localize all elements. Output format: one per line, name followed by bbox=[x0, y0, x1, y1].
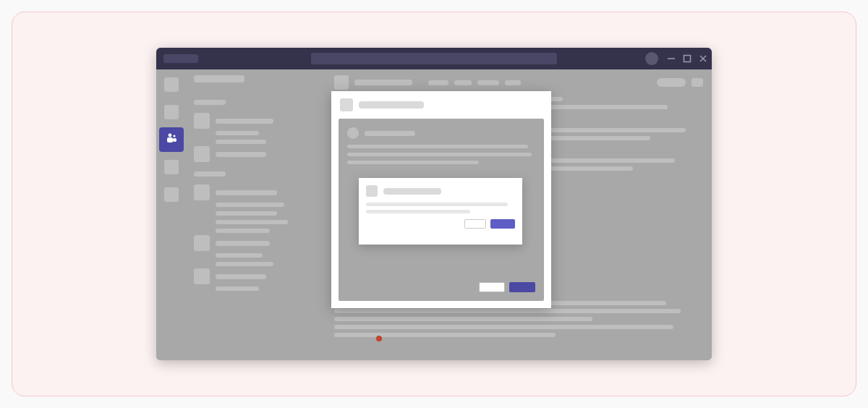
dialog-post-line bbox=[347, 153, 532, 156]
dialog-post-line bbox=[347, 145, 528, 148]
dialog-app-icon bbox=[340, 98, 353, 111]
team-avatar-icon bbox=[194, 146, 210, 162]
svg-point-4 bbox=[169, 134, 172, 137]
post-line bbox=[334, 317, 592, 321]
dialog-post-author bbox=[365, 131, 415, 136]
activity-icon bbox=[164, 77, 179, 92]
rail-item-activity[interactable] bbox=[159, 72, 184, 97]
sidebar-channel-item[interactable] bbox=[216, 220, 288, 224]
header-action-button[interactable] bbox=[657, 78, 686, 87]
team-avatar-icon bbox=[194, 184, 210, 200]
chat-icon bbox=[164, 105, 179, 119]
svg-rect-6 bbox=[167, 137, 173, 143]
post-line bbox=[334, 325, 673, 329]
sidebar-header bbox=[194, 75, 244, 82]
maximize-icon[interactable] bbox=[683, 54, 692, 63]
confirm-dialog bbox=[359, 178, 522, 245]
confirm-app-icon bbox=[366, 185, 378, 197]
sidebar-team-name bbox=[216, 119, 273, 124]
header-more-button[interactable] bbox=[692, 78, 703, 87]
sidebar-team-name bbox=[216, 190, 277, 195]
sidebar-channel-item[interactable] bbox=[216, 203, 284, 207]
channel-header bbox=[334, 75, 703, 90]
confirm-text-line bbox=[366, 203, 508, 206]
sidebar-team-item[interactable] bbox=[194, 233, 324, 253]
dialog-post-line bbox=[347, 161, 479, 164]
dialog-title bbox=[359, 101, 424, 109]
team-avatar-icon bbox=[194, 113, 210, 129]
channel-tab[interactable] bbox=[428, 80, 448, 85]
rail-item-calls[interactable] bbox=[159, 182, 184, 207]
sidebar-channel-item[interactable] bbox=[216, 286, 259, 291]
sidebar-team-name bbox=[216, 274, 266, 279]
close-icon[interactable] bbox=[699, 54, 707, 63]
rail-item-chat[interactable] bbox=[159, 100, 184, 124]
channel-tab[interactable] bbox=[477, 80, 499, 85]
teams-app-window bbox=[156, 48, 712, 360]
confirm-secondary-button[interactable] bbox=[464, 219, 486, 229]
dialog-body bbox=[339, 119, 544, 301]
confirm-text-line bbox=[366, 210, 470, 213]
channel-avatar-icon bbox=[334, 75, 349, 90]
notification-dot-icon bbox=[376, 336, 382, 341]
dialog-secondary-button[interactable] bbox=[479, 282, 505, 292]
rail-item-teams[interactable] bbox=[159, 127, 184, 152]
search-input[interactable] bbox=[311, 53, 557, 64]
sidebar-channel-item[interactable] bbox=[216, 211, 277, 216]
sidebar-section-label bbox=[194, 171, 226, 177]
avatar[interactable] bbox=[645, 52, 658, 65]
dialog-primary-button[interactable] bbox=[509, 282, 535, 292]
team-avatar-icon bbox=[194, 235, 210, 251]
channel-tab[interactable] bbox=[505, 80, 521, 85]
sidebar-team-item[interactable] bbox=[194, 266, 324, 286]
task-module-dialog bbox=[331, 91, 551, 308]
teams-icon bbox=[164, 131, 179, 148]
post-line bbox=[334, 309, 681, 313]
sidebar bbox=[187, 69, 331, 360]
channel-tab[interactable] bbox=[454, 80, 472, 85]
app-rail bbox=[156, 69, 187, 360]
sidebar-channel-item[interactable] bbox=[216, 253, 263, 258]
titlebar bbox=[156, 48, 712, 69]
sidebar-section-label bbox=[194, 100, 226, 105]
minimize-icon[interactable] bbox=[667, 54, 676, 63]
sidebar-team-name bbox=[216, 152, 266, 157]
dialog-post-avatar-icon bbox=[347, 127, 359, 139]
calendar-icon bbox=[164, 160, 179, 174]
sidebar-team-name bbox=[216, 241, 270, 246]
app-name-placeholder bbox=[163, 54, 198, 63]
svg-point-5 bbox=[173, 135, 175, 137]
sidebar-team-item[interactable] bbox=[194, 111, 324, 131]
sidebar-channel-item[interactable] bbox=[216, 131, 259, 135]
calls-icon bbox=[164, 187, 179, 202]
confirm-primary-button[interactable] bbox=[490, 219, 515, 229]
svg-rect-7 bbox=[173, 138, 176, 142]
channel-title bbox=[354, 80, 412, 85]
rail-item-calendar[interactable] bbox=[159, 155, 184, 179]
sidebar-team-item[interactable] bbox=[194, 144, 324, 164]
sidebar-team-item[interactable] bbox=[194, 182, 324, 203]
post-line bbox=[334, 333, 556, 337]
illustration-frame bbox=[12, 12, 856, 396]
team-avatar-icon bbox=[194, 268, 210, 284]
svg-rect-1 bbox=[684, 56, 691, 62]
confirm-title bbox=[383, 188, 441, 195]
